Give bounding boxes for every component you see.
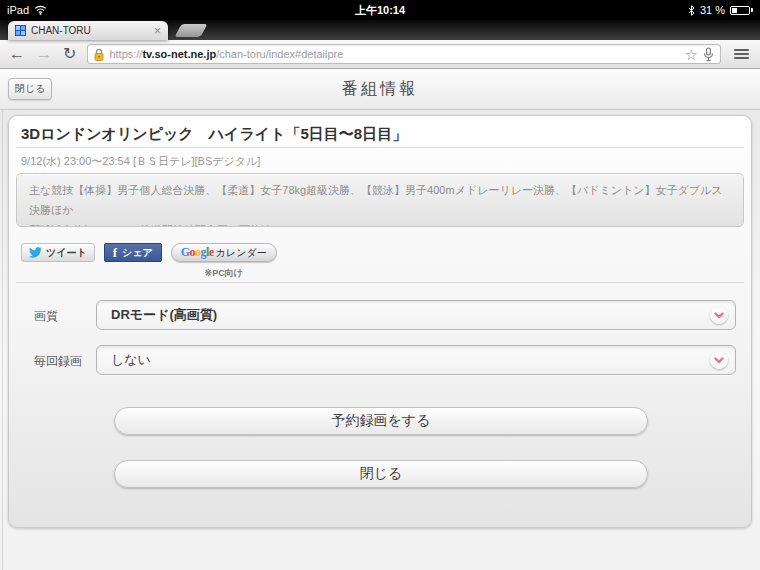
program-title: 3Dロンドンオリンピック ハイライト「5日目〜8日目」 <box>21 125 739 144</box>
tweet-label: ツイート <box>46 246 87 260</box>
web-page: 閉じる 番組情報 3Dロンドンオリンピック ハイライト「5日目〜8日目」 9/1… <box>0 69 760 570</box>
tab-chan-toru[interactable]: CHAN-TORU × <box>8 21 168 40</box>
status-bar: iPad 上午10:14 31 % <box>0 0 760 20</box>
repeat-record-label: 毎回録画 <box>34 353 82 370</box>
reload-button[interactable]: ↻ <box>63 46 76 62</box>
description-line-2: 野球試合状況により、放送開始時間変更の可能性あり <box>29 220 731 227</box>
new-tab-button[interactable] <box>175 24 208 37</box>
voice-search-mic-icon[interactable] <box>703 47 714 62</box>
social-share-row: ツイート f シェア Google カレンダー ※PC向け <box>21 243 277 280</box>
divider <box>16 282 744 283</box>
chevron-down-icon[interactable] <box>710 351 728 369</box>
twitter-bird-icon <box>29 247 42 258</box>
description-line-1: 主な競技【体操】男子個人総合決勝、【柔道】女子78kg超級決勝、【競泳】男子40… <box>29 180 731 220</box>
pc-only-note: ※PC向け <box>205 267 243 280</box>
back-button[interactable]: ← <box>9 46 25 62</box>
ssl-warning-lock-icon <box>94 48 104 61</box>
program-description-box: 主な競技【体操】男子個人総合決勝、【柔道】女子78kg超級決勝、【競泳】男子40… <box>16 173 744 227</box>
facebook-share-button[interactable]: f シェア <box>104 243 162 262</box>
page-left-edge <box>2 69 3 570</box>
program-schedule: 9/12(水) 23:00〜23:54 [ＢＳ日テレ][BSデジタル] <box>21 154 260 169</box>
address-bar[interactable]: https://tv.so-net.ne.jp/chan-toru/index#… <box>87 44 721 64</box>
repeat-record-select[interactable]: しない <box>96 345 736 375</box>
google-calendar-button[interactable]: Google カレンダー <box>171 243 277 262</box>
forward-button[interactable]: → <box>36 46 52 62</box>
divider <box>16 147 744 148</box>
clock: 上午10:14 <box>0 3 760 18</box>
tab-title: CHAN-TORU <box>31 25 154 36</box>
url-path: /chan-toru/index#detailpre <box>216 48 343 60</box>
google-logo: Google <box>181 245 214 260</box>
program-info-header: 閉じる 番組情報 <box>0 69 760 110</box>
facebook-f-logo: f <box>113 246 117 259</box>
chevron-down-icon[interactable] <box>710 306 728 324</box>
close-button[interactable]: 閉じる <box>114 460 648 488</box>
google-calendar-label: カレンダー <box>216 246 267 260</box>
tab-strip: CHAN-TORU × <box>0 20 760 40</box>
tab-close-icon[interactable]: × <box>154 25 161 37</box>
program-detail-card: 3Dロンドンオリンピック ハイライト「5日目〜8日目」 9/12(水) 23:0… <box>8 115 752 528</box>
google-calendar-block: Google カレンダー ※PC向け <box>171 243 277 280</box>
facebook-share-label: シェア <box>122 246 153 260</box>
record-reservation-button[interactable]: 予約録画をする <box>114 407 648 435</box>
repeat-record-value: しない <box>111 351 151 369</box>
bookmark-star-icon[interactable]: ☆ <box>685 47 698 62</box>
tweet-button[interactable]: ツイート <box>21 243 95 262</box>
ipad-browser-screen: iPad 上午10:14 31 % <box>0 0 760 570</box>
menu-icon[interactable] <box>732 47 751 61</box>
browser-toolbar: ← → ↻ https://tv.so-net.ne.jp/chan-toru/… <box>0 40 760 69</box>
page-title: 番組情報 <box>342 79 418 100</box>
url-text: https://tv.so-net.ne.jp/chan-toru/index#… <box>109 48 343 60</box>
site-favicon <box>15 25 26 36</box>
quality-label: 画質 <box>34 308 58 325</box>
url-host: tv.so-net.ne.jp <box>142 48 216 60</box>
header-close-button[interactable]: 閉じる <box>8 78 52 100</box>
quality-select[interactable]: DRモード(高画質) <box>96 300 736 330</box>
url-scheme: https:// <box>109 48 142 60</box>
quality-value: DRモード(高画質) <box>111 306 217 324</box>
